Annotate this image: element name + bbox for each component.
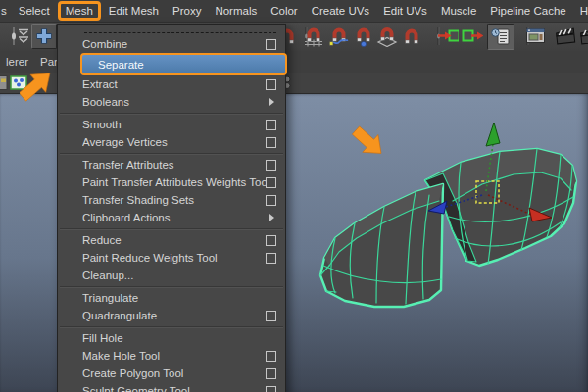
option-box-icon[interactable] xyxy=(266,351,276,362)
menu-item-label: Clipboard Actions xyxy=(82,212,270,223)
option-box-icon[interactable] xyxy=(266,386,276,392)
menu-item-combine[interactable]: Combine xyxy=(58,35,285,53)
menu-item-extract[interactable]: Extract xyxy=(58,75,285,93)
menu-item-label: Fill Hole xyxy=(82,332,276,344)
menu-item-triangulate[interactable]: Triangulate xyxy=(58,289,285,307)
menu-item-sculpt-geometry-tool[interactable]: Sculpt Geometry Tool xyxy=(58,382,285,392)
menu-item-label: Paint Transfer Attributes Weights Tool xyxy=(82,176,266,188)
menubar-item-muscle[interactable]: Muscle xyxy=(434,2,483,20)
clapperboard-icon-2[interactable] xyxy=(579,25,588,47)
menu-item-label: Make Hole Tool xyxy=(82,350,266,362)
menu-item-label: Transfer Attributes xyxy=(82,159,266,171)
menu-item-quadrangulate[interactable]: Quadrangulate xyxy=(58,307,285,324)
menu-item-smooth[interactable]: Smooth xyxy=(58,116,285,133)
option-box-icon[interactable] xyxy=(266,368,276,379)
snap-grid-magnet-icon[interactable] xyxy=(303,25,324,47)
option-box-icon[interactable] xyxy=(266,177,276,188)
menu-item-transfer-shading-sets[interactable]: Transfer Shading Sets xyxy=(58,191,285,209)
menu-item-label: Booleans xyxy=(82,96,270,108)
menu-item-transfer-attributes[interactable]: Transfer Attributes xyxy=(58,156,285,173)
menubar-item-mesh[interactable]: Mesh xyxy=(58,1,101,21)
menu-item-label: Average Vertices xyxy=(82,136,266,148)
menu-item-reduce[interactable]: Reduce xyxy=(58,231,285,249)
menubar-item-create-uvs[interactable]: Create UVs xyxy=(305,2,376,20)
option-box-icon[interactable] xyxy=(266,160,276,171)
menu-item-separate[interactable]: Separate xyxy=(80,53,287,75)
option-box-icon[interactable] xyxy=(266,253,276,264)
menu-item-cleanup[interactable]: Cleanup... xyxy=(58,267,285,284)
menu-item-label: Quadrangulate xyxy=(82,310,266,321)
snap-curve-magnet-icon[interactable] xyxy=(328,25,350,47)
menubar-item-color[interactable]: Color xyxy=(264,2,304,20)
snap-plane-magnet-icon[interactable] xyxy=(376,25,398,47)
menubar-item-help[interactable]: Help xyxy=(573,2,588,20)
annotation-arrow-model xyxy=(348,122,389,162)
3d-model-wireframe[interactable] xyxy=(320,149,576,307)
maya-window: sSelectMeshEdit MeshProxyNormalsColorCre… xyxy=(0,0,588,392)
menu-item-label: Paint Reduce Weights Tool xyxy=(82,252,266,264)
menu-item-label: Combine xyxy=(82,38,266,50)
menu-item-label: Separate xyxy=(98,59,276,71)
menu-item-fill-hole[interactable]: Fill Hole xyxy=(58,329,285,347)
menu-item-label: Create Polygon Tool xyxy=(82,368,266,379)
menu-item-label: Smooth xyxy=(82,119,266,130)
menubar-item-normals[interactable]: Normals xyxy=(208,2,264,20)
menubar-item-select[interactable]: Select xyxy=(12,2,57,20)
menu-item-paint-transfer-attributes-weights-tool[interactable]: Paint Transfer Attributes Weights Tool xyxy=(58,173,285,191)
mesh-dropdown-menu: CombineSeparateExtractBooleansSmoothAver… xyxy=(57,24,286,392)
history-list-icon[interactable] xyxy=(487,24,514,50)
option-box-icon[interactable] xyxy=(266,79,276,90)
option-box-icon[interactable] xyxy=(266,137,276,148)
menu-item-label: Cleanup... xyxy=(82,270,276,281)
menu-separator xyxy=(60,228,283,230)
menubar-item-edit-uvs[interactable]: Edit UVs xyxy=(376,2,434,20)
manipulator-y-axis-handle[interactable] xyxy=(486,122,500,146)
clapperboard-icon[interactable] xyxy=(555,25,576,47)
panel-edge-icon[interactable] xyxy=(0,74,8,91)
menu-item-label: Sculpt Geometry Tool xyxy=(82,385,266,392)
menubar-item-s[interactable]: s xyxy=(0,2,12,20)
input-connection-icon[interactable] xyxy=(437,25,459,47)
option-box-icon[interactable] xyxy=(266,311,276,321)
submenu-arrow-icon xyxy=(270,214,274,221)
menubar-item-proxy[interactable]: Proxy xyxy=(166,2,208,20)
option-box-icon[interactable] xyxy=(266,120,276,130)
menu-item-average-vertices[interactable]: Average Vertices xyxy=(58,133,285,151)
menu-separator xyxy=(60,326,283,328)
menu-separator xyxy=(60,153,283,155)
menubar-item-pipeline-cache[interactable]: Pipeline Cache xyxy=(483,2,572,20)
menu-item-label: Triangulate xyxy=(82,292,276,304)
menu-item-label: Extract xyxy=(82,78,266,90)
snap-point-magnet-icon[interactable] xyxy=(353,25,374,47)
menu-separator xyxy=(60,286,283,288)
menubar-item-edit-mesh[interactable]: Edit Mesh xyxy=(102,2,166,20)
option-box-icon[interactable] xyxy=(266,39,276,50)
submenu-arrow-icon xyxy=(270,98,274,106)
snap-magnet-icon[interactable] xyxy=(401,25,422,47)
menubar: sSelectMeshEdit MeshProxyNormalsColorCre… xyxy=(0,0,588,23)
menu-tearoff-handle[interactable] xyxy=(84,26,276,33)
option-box-icon[interactable] xyxy=(266,235,276,246)
menu-item-make-hole-tool[interactable]: Make Hole Tool xyxy=(58,347,285,365)
menu-item-label: Reduce xyxy=(82,234,266,246)
output-connection-icon[interactable] xyxy=(462,25,483,47)
menu-item-clipboard-actions[interactable]: Clipboard Actions xyxy=(58,209,285,226)
menu-separator xyxy=(60,113,283,115)
menu-item-create-polygon-tool[interactable]: Create Polygon Tool xyxy=(58,365,285,382)
plus-tool-icon[interactable] xyxy=(31,24,57,49)
render-view-icon[interactable] xyxy=(525,25,547,47)
menu-item-booleans[interactable]: Booleans xyxy=(58,93,285,111)
menu-item-paint-reduce-weights-tool[interactable]: Paint Reduce Weights Tool xyxy=(58,249,285,267)
menu-item-label: Transfer Shading Sets xyxy=(82,194,266,206)
option-box-icon[interactable] xyxy=(266,195,276,206)
menu-item-list: CombineSeparateExtractBooleansSmoothAver… xyxy=(58,35,285,392)
